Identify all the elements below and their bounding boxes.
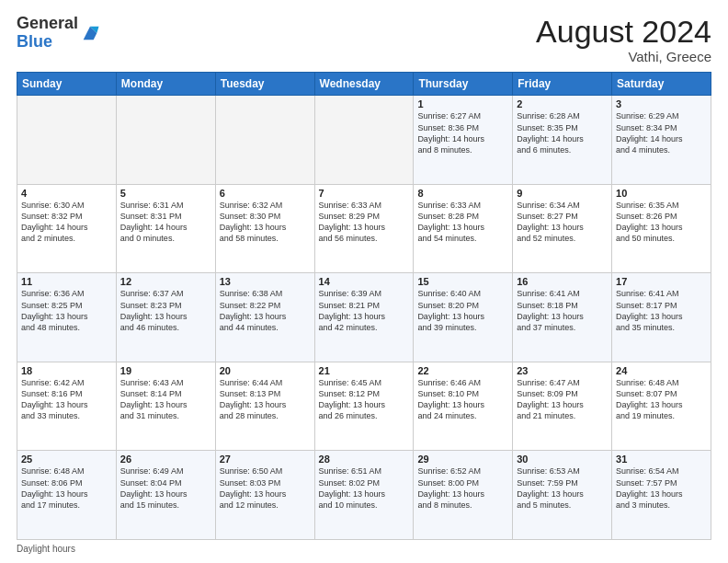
page: General Blue August 2024 Vathi, Greece S…: [0, 0, 728, 563]
daylight-hours-label: Daylight hours: [17, 544, 75, 554]
weekday-header-saturday: Saturday: [612, 73, 711, 96]
day-info: Sunrise: 6:37 AM Sunset: 8:23 PM Dayligh…: [120, 288, 211, 333]
day-number: 31: [616, 454, 707, 465]
day-number: 19: [120, 365, 211, 376]
calendar-cell: 27Sunrise: 6:50 AM Sunset: 8:03 PM Dayli…: [215, 451, 314, 540]
calendar-cell: [17, 96, 117, 185]
calendar-cell: [314, 96, 414, 185]
logo-blue: Blue: [17, 32, 52, 51]
day-number: 12: [120, 276, 211, 287]
calendar-cell: 20Sunrise: 6:44 AM Sunset: 8:13 PM Dayli…: [215, 362, 314, 451]
day-info: Sunrise: 6:54 AM Sunset: 7:57 PM Dayligh…: [616, 465, 707, 511]
day-number: 16: [517, 276, 608, 287]
calendar-cell: 12Sunrise: 6:37 AM Sunset: 8:23 PM Dayli…: [116, 273, 215, 362]
day-number: 6: [220, 188, 311, 199]
day-info: Sunrise: 6:33 AM Sunset: 8:29 PM Dayligh…: [319, 200, 410, 245]
day-number: 9: [517, 188, 608, 199]
day-number: 1: [417, 98, 508, 109]
day-number: 17: [616, 276, 707, 287]
calendar-cell: 10Sunrise: 6:35 AM Sunset: 8:26 PM Dayli…: [612, 184, 711, 273]
weekday-header-tuesday: Tuesday: [215, 73, 314, 96]
day-number: 26: [120, 454, 211, 465]
day-number: 21: [319, 365, 410, 376]
day-number: 24: [616, 365, 707, 376]
day-info: Sunrise: 6:31 AM Sunset: 8:31 PM Dayligh…: [120, 200, 211, 245]
day-info: Sunrise: 6:45 AM Sunset: 8:12 PM Dayligh…: [319, 377, 410, 422]
calendar-cell: 13Sunrise: 6:38 AM Sunset: 8:22 PM Dayli…: [215, 273, 314, 362]
day-number: 7: [319, 188, 410, 199]
day-number: 10: [616, 188, 707, 199]
weekday-header-monday: Monday: [116, 73, 215, 96]
calendar-cell: 5Sunrise: 6:31 AM Sunset: 8:31 PM Daylig…: [116, 184, 215, 273]
logo: General Blue: [17, 15, 100, 52]
calendar-cell: 18Sunrise: 6:42 AM Sunset: 8:16 PM Dayli…: [17, 362, 117, 451]
calendar-cell: 3Sunrise: 6:29 AM Sunset: 8:34 PM Daylig…: [612, 96, 711, 185]
day-info: Sunrise: 6:28 AM Sunset: 8:35 PM Dayligh…: [517, 110, 608, 155]
calendar-cell: 26Sunrise: 6:49 AM Sunset: 8:04 PM Dayli…: [116, 451, 215, 540]
day-number: 22: [417, 365, 508, 376]
calendar-cell: 16Sunrise: 6:41 AM Sunset: 8:18 PM Dayli…: [513, 273, 612, 362]
logo-icon: [80, 23, 100, 43]
calendar-cell: 25Sunrise: 6:48 AM Sunset: 8:06 PM Dayli…: [17, 451, 117, 540]
calendar-cell: 23Sunrise: 6:47 AM Sunset: 8:09 PM Dayli…: [513, 362, 612, 451]
day-info: Sunrise: 6:49 AM Sunset: 8:04 PM Dayligh…: [120, 465, 211, 511]
day-info: Sunrise: 6:53 AM Sunset: 7:59 PM Dayligh…: [517, 465, 608, 511]
calendar-cell: 19Sunrise: 6:43 AM Sunset: 8:14 PM Dayli…: [116, 362, 215, 451]
calendar-cell: 15Sunrise: 6:40 AM Sunset: 8:20 PM Dayli…: [414, 273, 513, 362]
calendar-cell: 11Sunrise: 6:36 AM Sunset: 8:25 PM Dayli…: [17, 273, 117, 362]
calendar-cell: 2Sunrise: 6:28 AM Sunset: 8:35 PM Daylig…: [513, 96, 612, 185]
calendar-cell: 17Sunrise: 6:41 AM Sunset: 8:17 PM Dayli…: [612, 273, 711, 362]
day-info: Sunrise: 6:40 AM Sunset: 8:20 PM Dayligh…: [417, 288, 508, 333]
day-number: 8: [417, 188, 508, 199]
day-info: Sunrise: 6:46 AM Sunset: 8:10 PM Dayligh…: [417, 377, 508, 422]
title-block: August 2024 Vathi, Greece: [536, 15, 711, 64]
calendar-cell: 14Sunrise: 6:39 AM Sunset: 8:21 PM Dayli…: [314, 273, 414, 362]
day-info: Sunrise: 6:50 AM Sunset: 8:03 PM Dayligh…: [220, 465, 311, 511]
day-number: 28: [319, 454, 410, 465]
day-info: Sunrise: 6:52 AM Sunset: 8:00 PM Dayligh…: [417, 465, 508, 511]
day-number: 18: [21, 365, 112, 376]
day-number: 5: [120, 188, 211, 199]
calendar-cell: 30Sunrise: 6:53 AM Sunset: 7:59 PM Dayli…: [513, 451, 612, 540]
day-info: Sunrise: 6:42 AM Sunset: 8:16 PM Dayligh…: [21, 377, 112, 422]
day-info: Sunrise: 6:35 AM Sunset: 8:26 PM Dayligh…: [616, 200, 707, 245]
calendar-cell: 29Sunrise: 6:52 AM Sunset: 8:00 PM Dayli…: [414, 451, 513, 540]
calendar-week-2: 4Sunrise: 6:30 AM Sunset: 8:32 PM Daylig…: [17, 184, 711, 273]
weekday-header-friday: Friday: [513, 73, 612, 96]
calendar-table: SundayMondayTuesdayWednesdayThursdayFrid…: [17, 72, 711, 540]
day-info: Sunrise: 6:43 AM Sunset: 8:14 PM Dayligh…: [120, 377, 211, 422]
day-info: Sunrise: 6:51 AM Sunset: 8:02 PM Dayligh…: [319, 465, 410, 511]
day-number: 4: [21, 188, 112, 199]
header: General Blue August 2024 Vathi, Greece: [17, 15, 711, 64]
calendar-week-1: 1Sunrise: 6:27 AM Sunset: 8:36 PM Daylig…: [17, 96, 711, 185]
weekday-header-wednesday: Wednesday: [314, 73, 414, 96]
day-info: Sunrise: 6:34 AM Sunset: 8:27 PM Dayligh…: [517, 200, 608, 245]
day-number: 15: [417, 276, 508, 287]
day-info: Sunrise: 6:38 AM Sunset: 8:22 PM Dayligh…: [220, 288, 311, 333]
day-info: Sunrise: 6:39 AM Sunset: 8:21 PM Dayligh…: [319, 288, 410, 333]
calendar-week-5: 25Sunrise: 6:48 AM Sunset: 8:06 PM Dayli…: [17, 451, 711, 540]
logo-text: General Blue: [17, 15, 78, 52]
day-info: Sunrise: 6:29 AM Sunset: 8:34 PM Dayligh…: [616, 110, 707, 155]
calendar-week-3: 11Sunrise: 6:36 AM Sunset: 8:25 PM Dayli…: [17, 273, 711, 362]
calendar-cell: 22Sunrise: 6:46 AM Sunset: 8:10 PM Dayli…: [414, 362, 513, 451]
footer-note: Daylight hours: [17, 544, 711, 554]
calendar-week-4: 18Sunrise: 6:42 AM Sunset: 8:16 PM Dayli…: [17, 362, 711, 451]
location: Vathi, Greece: [536, 49, 711, 64]
day-number: 2: [517, 98, 608, 109]
day-number: 25: [21, 454, 112, 465]
day-info: Sunrise: 6:41 AM Sunset: 8:17 PM Dayligh…: [616, 288, 707, 333]
calendar-cell: 9Sunrise: 6:34 AM Sunset: 8:27 PM Daylig…: [513, 184, 612, 273]
day-number: 13: [220, 276, 311, 287]
day-number: 27: [220, 454, 311, 465]
day-number: 11: [21, 276, 112, 287]
day-info: Sunrise: 6:36 AM Sunset: 8:25 PM Dayligh…: [21, 288, 112, 333]
logo-general: General: [17, 14, 78, 32]
day-number: 14: [319, 276, 410, 287]
calendar-cell: 8Sunrise: 6:33 AM Sunset: 8:28 PM Daylig…: [414, 184, 513, 273]
day-number: 29: [417, 454, 508, 465]
day-info: Sunrise: 6:27 AM Sunset: 8:36 PM Dayligh…: [417, 110, 508, 155]
day-info: Sunrise: 6:33 AM Sunset: 8:28 PM Dayligh…: [417, 200, 508, 245]
day-info: Sunrise: 6:30 AM Sunset: 8:32 PM Dayligh…: [21, 200, 112, 245]
day-info: Sunrise: 6:48 AM Sunset: 8:07 PM Dayligh…: [616, 377, 707, 422]
